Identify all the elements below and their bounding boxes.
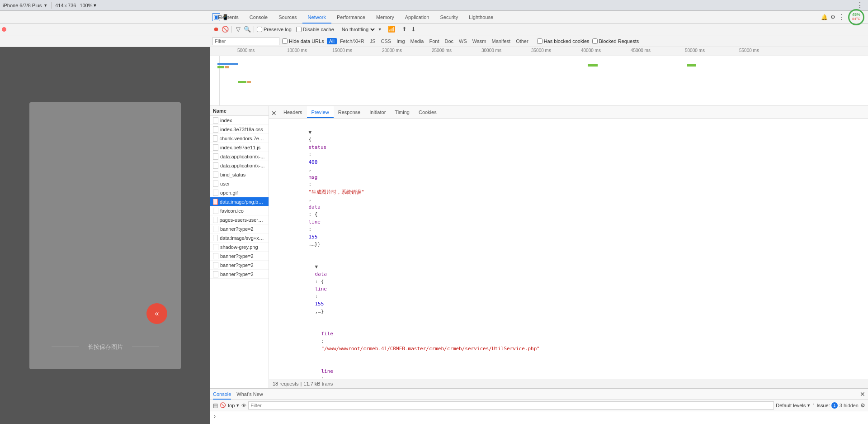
cpu-gauge: 45% 84°C xyxy=(848,9,864,25)
tab-application[interactable]: Application xyxy=(400,11,435,24)
name-row-3[interactable]: index.be97ae11.js xyxy=(210,143,269,152)
tab-cookies[interactable]: Cookies xyxy=(414,106,441,118)
dock-icon[interactable]: ▣ xyxy=(212,13,220,21)
console-settings-icon[interactable]: ⚙ xyxy=(860,402,865,409)
topbar-menu-button[interactable]: ⋮ xyxy=(856,1,865,10)
name-row-12[interactable]: banner?type=2 xyxy=(210,224,269,233)
file-name-14: shadow-grey.png xyxy=(220,244,258,250)
console-tab-whatsnew[interactable]: What's New xyxy=(236,389,263,400)
close-detail-button[interactable]: ✕ xyxy=(269,108,279,118)
name-row-1[interactable]: index.3e73f18a.css xyxy=(210,125,269,134)
console-sidebar-toggle[interactable]: ▤ xyxy=(213,402,218,409)
issue-count: 1 xyxy=(831,402,838,409)
console-context[interactable]: top ▼ xyxy=(228,403,240,408)
ruler-1: 10000 ms xyxy=(287,48,307,53)
blocked-requests-input[interactable] xyxy=(592,38,598,44)
console-tab-console[interactable]: Console xyxy=(213,389,231,400)
name-row-10[interactable]: favicon.ico xyxy=(210,206,269,215)
throttle-select[interactable]: No throttling Fast 3G Slow 3G xyxy=(340,26,376,33)
tab-security[interactable]: Security xyxy=(434,11,463,24)
console-clear-button[interactable]: 🚫 xyxy=(220,402,226,408)
timeline-bars xyxy=(210,56,868,106)
filter-type-doc[interactable]: Doc xyxy=(442,38,456,44)
mobile-icon[interactable]: 📱 xyxy=(221,13,229,21)
file-name-16: banner?type=2 xyxy=(220,262,254,268)
zoom-level[interactable]: 100% xyxy=(80,3,92,8)
hide-data-urls-input[interactable] xyxy=(282,38,288,44)
disable-cache-input[interactable] xyxy=(296,27,302,32)
name-row-6[interactable]: bind_status xyxy=(210,170,269,179)
filter-type-ws[interactable]: WS xyxy=(457,38,469,44)
has-blocked-cookies-input[interactable] xyxy=(537,38,542,44)
filter-type-other[interactable]: Other xyxy=(514,38,531,44)
settings-icon[interactable]: ⚙ xyxy=(830,14,835,20)
file-name-9: data:image/png;base... xyxy=(220,199,266,205)
more-tools-icon[interactable]: ⋮ xyxy=(838,13,845,21)
name-row-17[interactable]: banner?type=2 xyxy=(210,270,269,279)
record-button[interactable]: ⏺ xyxy=(212,26,220,33)
filter-type-manifest[interactable]: Manifest xyxy=(490,38,513,44)
tab-console[interactable]: Console xyxy=(244,11,273,24)
tab-network[interactable]: Network xyxy=(302,11,331,24)
search-toggle[interactable]: 🔍 xyxy=(244,26,251,33)
tab-response[interactable]: Response xyxy=(334,106,365,118)
log-level-select[interactable]: Default levels ▼ xyxy=(776,403,811,408)
tab-performance[interactable]: Performance xyxy=(331,11,371,24)
name-row-14[interactable]: shadow-grey.png xyxy=(210,243,269,252)
import-button[interactable]: ⬆ xyxy=(401,26,408,33)
name-row-0[interactable]: index xyxy=(210,116,269,125)
fab-button[interactable]: « xyxy=(146,303,167,324)
console-eye-toggle[interactable]: 👁 xyxy=(241,403,246,408)
filter-types: All Fetch/XHR JS CSS Img Media Font Doc … xyxy=(327,38,531,44)
file-icon-4 xyxy=(213,153,218,160)
name-row-4[interactable]: data:application/x-... xyxy=(210,152,269,161)
wifi-icon[interactable]: 📶 xyxy=(388,26,395,33)
filter-type-css[interactable]: CSS xyxy=(379,38,394,44)
issue-badge[interactable]: 1 Issue: 1 xyxy=(812,402,838,409)
file-name-11: pages-users-user_spre... xyxy=(219,217,266,223)
filter-type-media[interactable]: Media xyxy=(408,38,426,44)
export-button[interactable]: ⬇ xyxy=(410,26,417,33)
console-close-button[interactable]: ✕ xyxy=(860,391,865,398)
divider-3 xyxy=(337,26,337,33)
filter-type-wasm[interactable]: Wasm xyxy=(470,38,489,44)
tab-preview[interactable]: Preview xyxy=(307,106,334,118)
collapse-2[interactable]: ▼ xyxy=(315,264,318,270)
filter-type-font[interactable]: Font xyxy=(427,38,441,44)
file-icon-3 xyxy=(213,144,218,151)
name-row-2[interactable]: chunk-vendors.7e0522... xyxy=(210,134,269,143)
has-blocked-cookies-checkbox[interactable]: Has blocked cookies xyxy=(537,38,590,44)
filter-input[interactable] xyxy=(212,37,279,45)
preserve-log-checkbox[interactable]: Preserve log xyxy=(257,27,292,32)
name-row-15[interactable]: banner?type=2 xyxy=(210,252,269,261)
blocked-requests-checkbox[interactable]: Blocked Requests xyxy=(592,38,639,44)
preserve-log-input[interactable] xyxy=(257,27,262,32)
tab-initiator[interactable]: Initiator xyxy=(365,106,390,118)
name-row-5[interactable]: data:application/x-... xyxy=(210,161,269,170)
filter-toggle[interactable]: ▽ xyxy=(235,26,242,33)
hide-data-urls-checkbox[interactable]: Hide data URLs xyxy=(282,38,324,44)
name-row-7[interactable]: user xyxy=(210,179,269,188)
tab-timing[interactable]: Timing xyxy=(390,106,414,118)
name-row-13[interactable]: data:image/svg+xml;... xyxy=(210,233,269,243)
device-selector[interactable]: iPhone 6/7/8 Plus ▼ xyxy=(3,3,47,8)
file-icon-17 xyxy=(213,271,218,277)
filter-type-all[interactable]: All xyxy=(327,38,337,44)
name-row-16[interactable]: banner?type=2 xyxy=(210,261,269,270)
tab-lighthouse[interactable]: Lighthouse xyxy=(463,11,499,24)
name-row-11[interactable]: pages-users-user_spre... xyxy=(210,215,269,224)
notifications-icon[interactable]: 🔔 xyxy=(821,14,828,20)
name-row-8[interactable]: open.gif xyxy=(210,188,269,197)
filter-type-xhr[interactable]: Fetch/XHR xyxy=(338,38,367,44)
console-filter-input[interactable] xyxy=(248,401,774,410)
collapse-1[interactable]: ▼ xyxy=(308,129,311,135)
console-input-area: › xyxy=(210,411,868,424)
filter-type-js[interactable]: JS xyxy=(368,38,378,44)
tab-sources[interactable]: Sources xyxy=(273,11,302,24)
filter-type-img[interactable]: Img xyxy=(394,38,407,44)
name-row-9[interactable]: data:image/png;base... xyxy=(210,197,269,206)
disable-cache-checkbox[interactable]: Disable cache xyxy=(296,27,334,32)
clear-button[interactable]: 🚫 xyxy=(222,26,229,33)
tab-headers[interactable]: Headers xyxy=(279,106,307,118)
tab-memory[interactable]: Memory xyxy=(371,11,400,24)
